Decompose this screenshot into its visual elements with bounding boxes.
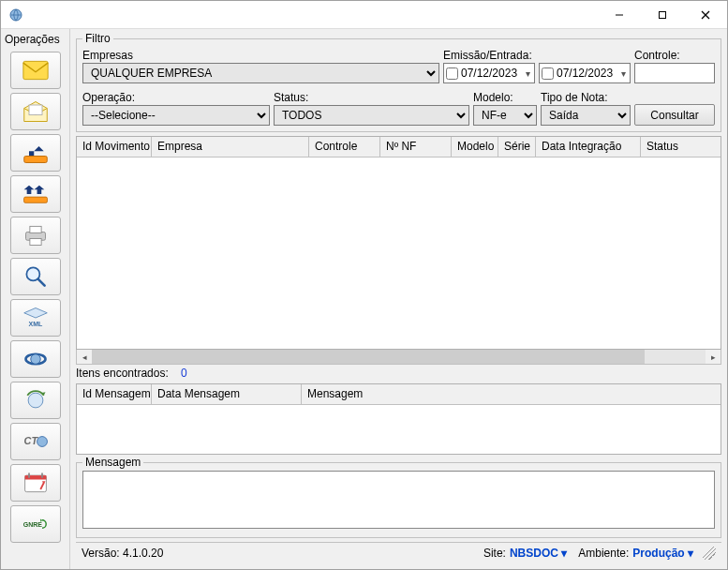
sidebar-btn-globe-ring[interactable]	[10, 340, 61, 378]
scroll-left-icon[interactable]: ◂	[77, 352, 92, 362]
svg-point-15	[30, 354, 40, 365]
svg-text:CT: CT	[23, 435, 38, 446]
label-modelo: Modelo:	[473, 91, 537, 104]
grid-mensagens[interactable]: Id Mensagem Data Mensagem Mensagem	[76, 383, 721, 455]
sidebar-btn-xml[interactable]: XML	[10, 299, 61, 337]
grid-header: Id Movimento Empresa Controle Nº NF Mode…	[77, 137, 721, 158]
col-modelo[interactable]: Modelo	[452, 137, 498, 157]
sidebar-btn-upload-multi[interactable]	[10, 175, 61, 213]
date-end-text: 07/12/2023	[557, 67, 617, 80]
label-status: Status:	[274, 91, 469, 104]
col-empresa[interactable]: Empresa	[152, 137, 309, 157]
select-operacao[interactable]: --Selecione--	[82, 105, 270, 126]
col-controle[interactable]: Controle	[309, 137, 380, 157]
filter-group-title: Filtro	[82, 32, 113, 45]
col-msg[interactable]: Mensagem	[302, 384, 721, 404]
grid2-body[interactable]	[77, 405, 721, 454]
scroll-track[interactable]	[92, 350, 706, 364]
svg-rect-20	[24, 475, 46, 479]
col-nfnum[interactable]: Nº NF	[380, 137, 452, 157]
date-emissao-start[interactable]: 07/12/2023 ▾	[443, 63, 535, 83]
grid-hscroll[interactable]: ◂ ▸	[76, 350, 721, 365]
status-bar: Versão: 4.1.0.20 Site: NBSDOC ▾ Ambiente…	[76, 542, 721, 562]
count-label: Itens encontrados:	[76, 367, 169, 380]
count-line: Itens encontrados: 0	[76, 365, 721, 383]
svg-rect-7	[23, 157, 47, 163]
date-start-text: 07/12/2023	[461, 67, 521, 80]
consultar-button[interactable]: Consultar	[634, 104, 715, 126]
date-emissao-end[interactable]: 07/12/2023 ▾	[539, 63, 631, 83]
svg-point-18	[37, 437, 47, 447]
mensagem-group: Mensagem	[76, 462, 721, 538]
mensagem-textarea[interactable]	[82, 471, 715, 529]
sidebar-btn-gnre[interactable]: GNRE	[10, 505, 61, 543]
select-status[interactable]: TODOS	[274, 105, 469, 126]
sidebar-btn-mail[interactable]	[10, 52, 61, 89]
input-controle[interactable]	[634, 63, 715, 83]
grid-movimentos[interactable]: Id Movimento Empresa Controle Nº NF Mode…	[76, 136, 721, 350]
status-amb-link[interactable]: Produção ▾	[632, 547, 693, 560]
scroll-thumb[interactable]	[92, 350, 645, 364]
count-value: 0	[181, 367, 187, 380]
col-serie[interactable]: Série	[498, 137, 536, 157]
scroll-right-icon[interactable]: ▸	[706, 352, 721, 362]
date-start-checkbox[interactable]	[446, 68, 458, 80]
label-controle: Controle:	[634, 49, 715, 62]
svg-rect-8	[23, 197, 47, 202]
sidebar-btn-search[interactable]	[10, 258, 61, 295]
minimize-button[interactable]	[598, 1, 641, 28]
chevron-down-icon[interactable]: ▾	[619, 68, 628, 79]
sidebar-title: Operações	[1, 31, 64, 50]
svg-point-16	[28, 393, 43, 408]
select-tiponota[interactable]: Saída	[541, 105, 631, 126]
label-empresas: Empresas	[82, 49, 439, 62]
col-datamsg[interactable]: Data Mensagem	[152, 384, 302, 404]
status-amb-label: Ambiente:	[578, 547, 629, 560]
sidebar-btn-cte[interactable]: CT	[10, 423, 61, 460]
grid2-header: Id Mensagem Data Mensagem Mensagem	[77, 384, 721, 405]
app-icon	[8, 8, 23, 22]
sidebar-btn-print[interactable]	[10, 217, 61, 254]
svg-text:GNRE: GNRE	[22, 521, 42, 528]
svg-rect-2	[660, 11, 666, 18]
status-site-label: Site:	[483, 547, 506, 560]
close-button[interactable]	[684, 1, 727, 28]
select-empresas[interactable]: QUALQUER EMPRESA	[82, 63, 439, 83]
label-tiponota: Tipo de Nota:	[541, 91, 631, 104]
sidebar-btn-upload-single[interactable]	[10, 134, 61, 172]
grid-body[interactable]	[77, 158, 721, 349]
label-operacao: Operação:	[82, 91, 270, 104]
svg-line-13	[37, 279, 44, 286]
date-end-checkbox[interactable]	[542, 68, 554, 80]
select-modelo[interactable]: NF-e	[473, 105, 537, 126]
sidebar-btn-open-mail[interactable]	[10, 93, 61, 130]
col-dataint[interactable]: Data Integração	[536, 137, 641, 157]
sidebar-btn-calendar[interactable]	[10, 464, 61, 502]
status-version: Versão: 4.1.0.20	[82, 547, 163, 560]
col-idmov[interactable]: Id Movimento	[77, 137, 152, 157]
maximize-button[interactable]	[641, 1, 684, 28]
col-idmsg[interactable]: Id Mensagem	[77, 384, 152, 404]
label-emissao: Emissão/Entrada:	[443, 49, 631, 62]
resize-grip-icon[interactable]	[703, 547, 716, 560]
sidebar-operations: Operações XML CT	[1, 29, 70, 569]
filter-group: Filtro Empresas QUALQUER EMPRESA Emissão…	[76, 38, 721, 132]
svg-rect-11	[29, 239, 40, 246]
status-site-link[interactable]: NBSDOC ▾	[510, 547, 567, 560]
svg-rect-10	[29, 226, 40, 232]
chevron-down-icon[interactable]: ▾	[524, 68, 532, 79]
mensagem-group-title: Mensagem	[82, 456, 143, 469]
titlebar	[1, 1, 727, 29]
svg-rect-5	[22, 61, 47, 79]
sidebar-btn-globe-refresh[interactable]	[10, 382, 61, 419]
svg-text:XML: XML	[28, 321, 43, 327]
col-status[interactable]: Status	[641, 137, 721, 157]
svg-rect-6	[29, 105, 42, 115]
